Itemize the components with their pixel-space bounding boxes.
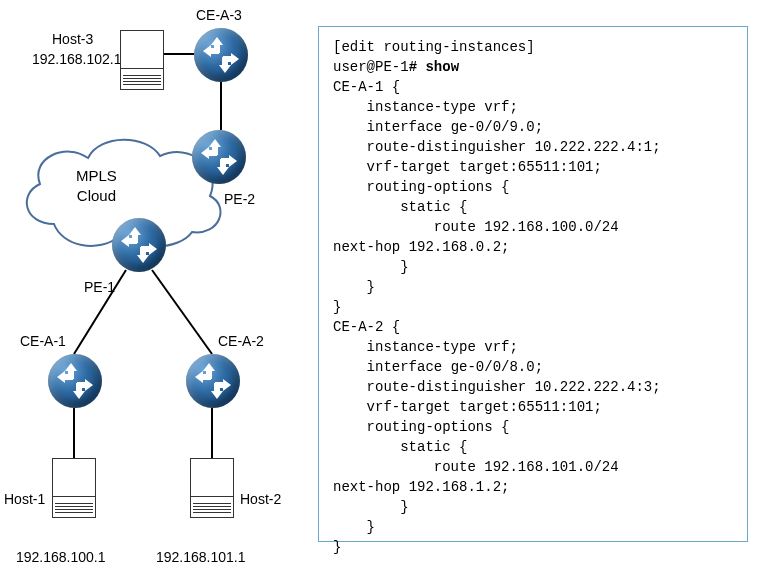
ce-a-2-label: CE-A-2 — [218, 332, 264, 350]
config-panel: [edit routing-instances] user@PE-1# show… — [318, 26, 748, 542]
svg-line-0 — [74, 270, 126, 354]
host2-name: Host-2 — [240, 490, 281, 508]
host2-icon — [190, 458, 234, 518]
ce-a-1-label: CE-A-1 — [20, 332, 66, 350]
svg-line-1 — [152, 270, 212, 354]
host1-icon — [52, 458, 96, 518]
host1-name: Host-1 — [4, 490, 45, 508]
router-ce-a-2 — [186, 354, 240, 408]
router-ce-a-1 — [48, 354, 102, 408]
host2-ip: 192.168.101.1 — [156, 548, 246, 566]
config-output: [edit routing-instances] user@PE-1# show… — [333, 37, 737, 557]
host1-ip: 192.168.100.1 — [16, 548, 106, 566]
network-diagram: Host-3 192.168.102.1 CE-A-3 MPLS Cloud — [0, 0, 300, 580]
